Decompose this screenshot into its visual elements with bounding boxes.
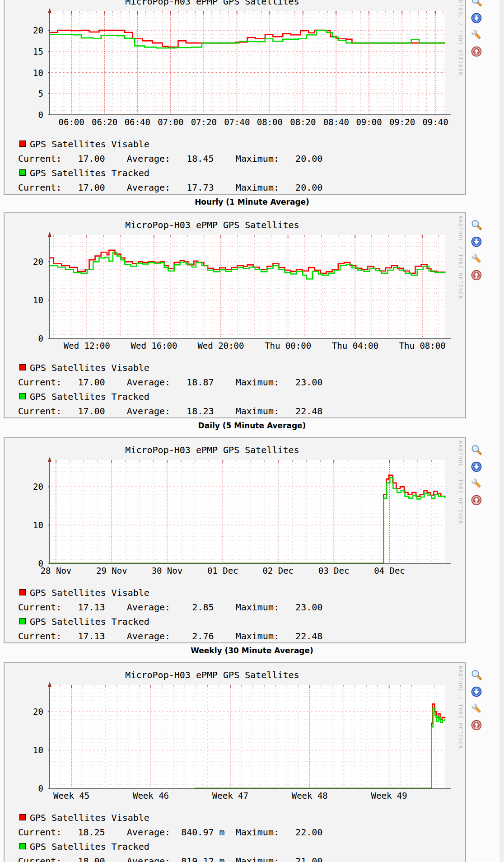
y-axis-label: 20: [13, 25, 43, 35]
wrench-icon[interactable]: [471, 703, 482, 714]
legend-swatch-tracked: [19, 618, 26, 624]
graph-plot-area[interactable]: [44, 6, 451, 122]
x-axis-label: Week 48: [274, 791, 346, 801]
legend-row: GPS Satellites Visable: [5, 362, 456, 374]
wrench-icon[interactable]: [471, 29, 482, 41]
y-axis-label: 20: [13, 257, 43, 267]
graph-actions: [471, 219, 483, 286]
graph-plot-area[interactable]: [44, 679, 451, 795]
y-axis-label: 20: [13, 707, 43, 717]
x-axis-label: Thu 04:00: [319, 341, 391, 351]
arrow-up-icon[interactable]: [471, 46, 482, 57]
y-axis-label: 10: [13, 295, 43, 305]
legend-stats-line: Current: 17.00 Average: 18.87 Maximum: 2…: [18, 377, 470, 389]
wrench-icon[interactable]: [471, 253, 482, 264]
y-axis-label: 10: [13, 68, 43, 78]
legend-series-name: GPS Satellites Tracked: [30, 616, 149, 627]
x-axis-label: Week 46: [115, 791, 187, 801]
x-axis-label: Wed 20:00: [185, 341, 257, 351]
legend-series-name: GPS Satellites Visable: [30, 139, 149, 150]
legend-series-name: GPS Satellites Visable: [30, 812, 149, 823]
graph-plot-area[interactable]: [44, 230, 451, 345]
legend-stats-line: Current: 17.00 Average: 18.23 Maximum: 2…: [18, 406, 470, 417]
legend-row: GPS Satellites Tracked: [5, 616, 456, 628]
graph-panel: MicroPop-H03 ePMP GPS Satellites RRDTOOL…: [4, 0, 466, 195]
graph-panel: MicroPop-H03 ePMP GPS Satellites RRDTOOL…: [4, 662, 466, 862]
legend-row: GPS Satellites Visable: [5, 812, 456, 824]
legend-swatch-tracked: [19, 843, 26, 849]
legend-swatch-visable: [19, 364, 26, 370]
legend-swatch-tracked: [19, 169, 26, 176]
graph-actions: [471, 0, 483, 62]
legend-row: GPS Satellites Visable: [5, 139, 456, 150]
section-label-daily: Daily (5 Minute Average): [0, 421, 504, 433]
legend-stats-line: Current: 17.00 Average: 17.73 Maximum: 2…: [18, 182, 470, 194]
rrdtool-watermark: RRDTOOL / TOBI OETIKER: [457, 441, 463, 525]
magnifier-icon[interactable]: [471, 219, 482, 231]
download-icon[interactable]: [471, 686, 482, 698]
arrow-up-icon[interactable]: [471, 719, 482, 731]
x-axis-label: Thu 00:00: [252, 341, 324, 351]
legend-series-name: GPS Satellites Tracked: [30, 841, 149, 852]
y-axis-label: 10: [13, 745, 43, 755]
legend-stats-line: Current: 17.00 Average: 18.45 Maximum: 2…: [18, 153, 470, 165]
legend-stats-line: Current: 18.00 Average: 819.12 m Maximum…: [18, 856, 470, 862]
graph-panel: MicroPop-H03 ePMP GPS Satellites RRDTOOL…: [4, 437, 466, 643]
legend-swatch-visable: [19, 141, 26, 147]
y-axis-label: 10: [13, 520, 43, 530]
legend-row: GPS Satellites Tracked: [5, 391, 456, 403]
graph-actions: [471, 669, 483, 736]
download-icon[interactable]: [471, 12, 482, 24]
scrollbar[interactable]: [500, 0, 504, 862]
legend-swatch-visable: [19, 814, 26, 820]
x-axis-label: 09:40: [399, 117, 471, 127]
legend-stats-line: Current: 17.13 Average: 2.76 Maximum: 22…: [18, 631, 470, 642]
graph-plot-area[interactable]: [44, 454, 451, 570]
magnifier-icon[interactable]: [471, 444, 482, 456]
rrdtool-watermark: RRDTOOL / TOBI OETIKER: [457, 0, 463, 76]
y-axis-label: 20: [13, 482, 43, 492]
y-axis-label: 15: [13, 47, 43, 56]
legend-stats-line: Current: 18.25 Average: 840.97 m Maximum…: [18, 827, 470, 839]
legend-swatch-tracked: [19, 393, 26, 399]
graph-panel: MicroPop-H03 ePMP GPS Satellites RRDTOOL…: [4, 212, 466, 418]
download-icon[interactable]: [471, 236, 482, 248]
legend-swatch-visable: [19, 589, 26, 595]
arrow-up-icon[interactable]: [471, 494, 482, 506]
magnifier-icon[interactable]: [471, 669, 482, 681]
section-label-weekly: Weekly (30 Minute Average): [0, 646, 504, 658]
legend-row: GPS Satellites Tracked: [5, 168, 456, 179]
cacti-graph-view-page: { "page": { "section_labels": ["Hourly (…: [0, 0, 504, 862]
legend-row: GPS Satellites Visable: [5, 587, 456, 599]
legend-series-name: GPS Satellites Visable: [30, 587, 149, 598]
legend-row: GPS Satellites Tracked: [5, 841, 456, 853]
rrdtool-watermark: RRDTOOL / TOBI OETIKER: [457, 666, 463, 750]
download-icon[interactable]: [471, 461, 482, 473]
x-axis-label: Thu 08:00: [386, 341, 458, 351]
legend-series-name: GPS Satellites Tracked: [30, 391, 149, 402]
legend-stats-line: Current: 17.13 Average: 2.85 Maximum: 23…: [18, 602, 470, 614]
y-axis-label: 0: [13, 333, 43, 343]
x-axis-label: Wed 12:00: [51, 341, 123, 351]
legend-series-name: GPS Satellites Tracked: [30, 168, 149, 178]
x-axis-label: 04 Dec: [354, 566, 426, 576]
x-axis-label: Week 45: [35, 791, 107, 801]
graph-actions: [471, 444, 483, 511]
magnifier-icon[interactable]: [471, 0, 482, 7]
section-label-hourly: Hourly (1 Minute Average): [0, 197, 504, 209]
x-axis-label: Week 49: [353, 791, 425, 801]
wrench-icon[interactable]: [471, 478, 482, 489]
x-axis-label: Wed 16:00: [118, 341, 190, 351]
arrow-up-icon[interactable]: [471, 269, 482, 281]
legend-series-name: GPS Satellites Visable: [30, 362, 149, 373]
rrdtool-watermark: RRDTOOL / TOBI OETIKER: [457, 216, 463, 300]
x-axis-label: Week 47: [194, 791, 266, 801]
y-axis-label: 5: [13, 89, 43, 98]
